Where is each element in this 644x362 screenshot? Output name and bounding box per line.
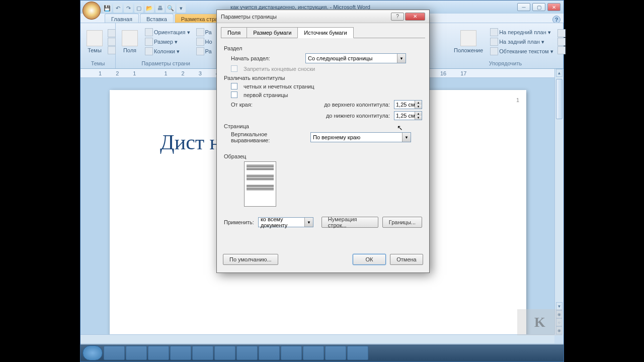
tab-source[interactable]: Источник бумаги [297, 27, 353, 38]
minimize-button[interactable]: ─ [517, 3, 530, 11]
dialog-footer: По умолчанию... ОК Отмена [217, 250, 429, 269]
dialog-close-button[interactable]: ✕ [405, 13, 425, 21]
quick-access-toolbar: 💾 ↶ ↷ ▢ 📂 🖶 🔍 ▾ [103, 4, 186, 13]
first-page-checkbox[interactable] [231, 92, 237, 98]
send-back-button[interactable]: На задний план ▾ [488, 37, 555, 46]
taskbar-skype[interactable] [214, 346, 235, 360]
themes-button[interactable]: Темы [84, 29, 106, 54]
apply-combo[interactable]: ко всему документу▼ [258, 217, 313, 227]
page-setup-dialog: Параметры страницы ? ✕ Поля Размер бумаг… [216, 10, 430, 273]
chevron-down-icon: ▼ [402, 133, 411, 142]
dialog-tabs: Поля Размер бумаги Источник бумаги [217, 23, 429, 38]
taskbar-yandex[interactable] [192, 346, 213, 360]
align-icon[interactable] [557, 29, 566, 37]
taskbar-onenote[interactable] [259, 346, 280, 360]
taskbar-app2[interactable] [325, 346, 346, 360]
fonts-icon[interactable] [108, 38, 116, 46]
taskbar-folder2[interactable] [281, 346, 302, 360]
position-button[interactable]: Положение [451, 29, 486, 54]
taskbar-camera[interactable] [347, 346, 368, 360]
borders-button[interactable]: Границы... [382, 217, 422, 228]
first-page-label[interactable]: первой страницы [244, 92, 288, 98]
bot-hf-spinner[interactable]: 1,25 см▲▼ [394, 111, 422, 120]
qat-more[interactable]: ▾ [177, 4, 186, 13]
preview-header: Образец [224, 153, 422, 159]
themes-icon [87, 30, 103, 46]
qat-preview[interactable]: 🔍 [166, 4, 175, 13]
scroll-thumb[interactable] [556, 79, 562, 119]
orientation-button[interactable]: Ориентация ▾ [143, 28, 192, 37]
effects-icon[interactable] [108, 46, 116, 54]
ok-button[interactable]: ОК [353, 254, 386, 265]
top-hf-spinner[interactable]: 1,25 см▲▼ [394, 100, 422, 109]
spin-down-icon[interactable]: ▼ [415, 116, 422, 120]
spin-up-icon[interactable]: ▲ [415, 101, 422, 105]
dialog-body: Раздел Начать раздел: Со следующей стран… [221, 38, 425, 250]
qat-new[interactable]: ▢ [134, 4, 143, 13]
vertical-scrollbar[interactable]: ▲ ▼ ◉ ○ ◉ [554, 69, 564, 334]
taskbar [80, 344, 564, 361]
apply-label: Применить: [224, 219, 254, 225]
watermark-logo: K [517, 309, 562, 335]
chevron-down-icon: ▼ [397, 54, 406, 63]
breaks-button[interactable]: Ра [194, 28, 214, 37]
hf-header: Различать колонтитулы [224, 75, 422, 81]
tab-paper[interactable]: Размер бумаги [247, 27, 298, 38]
size-button[interactable]: Размер ▾ [143, 37, 192, 46]
taskbar-app1[interactable] [170, 346, 191, 360]
qat-print[interactable]: 🖶 [155, 4, 165, 13]
margins-button[interactable]: Поля [119, 29, 141, 54]
valign-combo[interactable]: По верхнему краю▼ [310, 132, 411, 142]
taskbar-explorer[interactable] [126, 346, 147, 360]
odd-even-label[interactable]: четных и нечетных страниц [244, 83, 314, 89]
suppress-endnotes-label: Запретить концевые сноски [244, 66, 315, 72]
valign-label: Вертикальное выравнивание: [231, 131, 306, 143]
dialog-title: Параметры страницы [221, 14, 391, 20]
margins-icon [122, 30, 138, 46]
tab-margins[interactable]: Поля [221, 27, 247, 38]
rotate-icon[interactable] [557, 46, 566, 54]
qat-save[interactable]: 💾 [103, 4, 112, 13]
taskbar-firefox[interactable] [148, 346, 169, 360]
close-button[interactable]: ✕ [547, 3, 560, 11]
text-wrap-button[interactable]: Обтекание текстом ▾ [488, 47, 555, 56]
hyph-icon [196, 47, 204, 55]
dialog-help-button[interactable]: ? [391, 13, 404, 21]
group-icon[interactable] [557, 38, 566, 46]
position-icon [460, 30, 476, 46]
scroll-up-button[interactable]: ▲ [556, 69, 562, 77]
arrange-group-label: Упорядочить [451, 59, 560, 67]
odd-even-checkbox[interactable] [231, 83, 237, 89]
qat-undo[interactable]: ↶ [113, 4, 122, 13]
bring-front-button[interactable]: На передний план ▾ [488, 28, 555, 37]
maximize-button[interactable]: ▢ [532, 3, 545, 11]
section-header: Раздел [224, 45, 422, 51]
start-section-combo[interactable]: Со следующей страницы▼ [305, 53, 406, 63]
colors-icon[interactable] [108, 29, 116, 37]
taskbar-ie[interactable] [104, 346, 125, 360]
taskbar-folder1[interactable] [236, 346, 258, 360]
top-hf-label: до верхнего колонтитула: [324, 102, 390, 108]
spin-up-icon[interactable]: ▲ [415, 112, 422, 116]
horizontal-scrollbar[interactable] [80, 334, 554, 343]
size-icon [145, 38, 153, 46]
hyphenation-button[interactable]: Ра [194, 47, 214, 56]
columns-button[interactable]: Колонки ▾ [143, 47, 192, 56]
page-number: 1 [516, 97, 519, 103]
columns-icon [145, 47, 153, 55]
line-numbers-button[interactable]: Но [194, 37, 214, 46]
office-button[interactable] [83, 2, 101, 20]
spin-down-icon[interactable]: ▼ [415, 105, 422, 109]
qat-open[interactable]: 📂 [145, 4, 154, 13]
dialog-titlebar[interactable]: Параметры страницы ? ✕ [217, 10, 429, 23]
cancel-button[interactable]: Отмена [390, 254, 423, 265]
start-section-label: Начать раздел: [231, 55, 301, 61]
taskbar-word[interactable] [303, 346, 324, 360]
line-numbers-button[interactable]: Нумерация строк... [321, 217, 378, 228]
suppress-endnotes-checkbox [231, 65, 237, 72]
wrap-icon [490, 47, 498, 55]
start-button[interactable] [83, 345, 103, 360]
lines-icon [196, 38, 204, 46]
default-button[interactable]: По умолчанию... [223, 254, 278, 265]
qat-redo[interactable]: ↷ [124, 4, 133, 13]
